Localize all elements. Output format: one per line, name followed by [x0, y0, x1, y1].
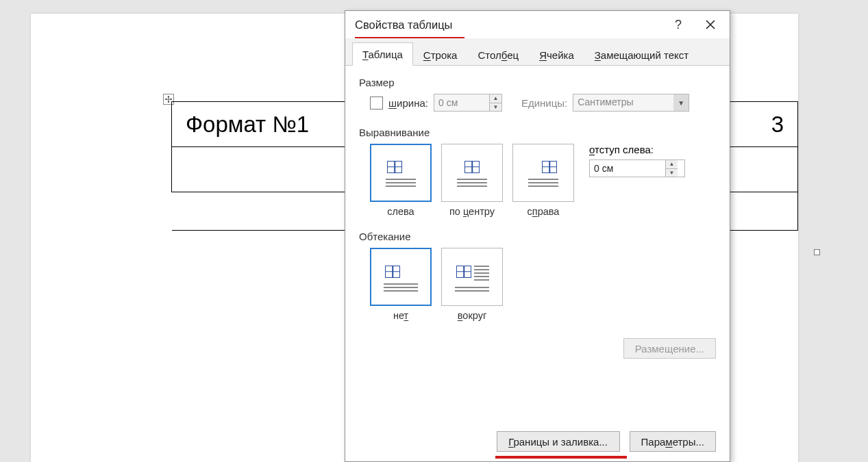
width-spinbox[interactable]: ▲▼	[434, 94, 502, 112]
units-value: Сантиметры	[573, 94, 673, 111]
table-resize-handle-icon[interactable]	[814, 249, 820, 255]
indent-spinbox[interactable]: ▲▼	[589, 159, 685, 177]
wrap-none-icon	[384, 263, 418, 292]
table-properties-dialog: Свойства таблицы ? Таблица Строка Столбе…	[345, 10, 730, 462]
width-checkbox[interactable]	[370, 97, 383, 110]
spin-up-icon[interactable]: ▲	[490, 94, 501, 103]
close-button[interactable]	[701, 16, 720, 33]
annotation-underline	[495, 456, 627, 459]
spin-down-icon[interactable]: ▼	[666, 169, 678, 177]
width-label: ширина:	[388, 97, 428, 109]
cell-text: 3	[771, 112, 784, 137]
section-wrap-label: Обтекание	[359, 231, 716, 242]
indent-label: отступ слева:	[589, 144, 685, 155]
width-input[interactable]	[434, 94, 489, 111]
units-select[interactable]: Сантиметры ▼	[573, 94, 689, 112]
cell-text: Формат №1	[186, 112, 309, 137]
table-cell[interactable]: Формат №1	[172, 102, 374, 147]
dialog-body: Размер ширина: ▲▼ Единицы: Сантиметры ▼ …	[345, 66, 730, 461]
align-center-icon	[457, 159, 487, 187]
chevron-down-icon[interactable]: ▼	[673, 94, 689, 111]
options-button[interactable]: Параметры...	[630, 431, 716, 452]
spin-down-icon[interactable]: ▼	[490, 103, 501, 112]
align-left-icon	[386, 159, 416, 187]
wrap-around-option[interactable]: вокруг	[441, 248, 503, 321]
dialog-titlebar: Свойства таблицы ?	[345, 11, 730, 38]
indent-input[interactable]	[590, 160, 665, 177]
tab-row[interactable]: Строка	[413, 43, 468, 66]
placement-button: Размещение...	[623, 338, 716, 359]
tab-cell[interactable]: Ячейка	[529, 43, 584, 66]
align-right-icon	[528, 159, 558, 187]
units-label: Единицы:	[521, 97, 567, 109]
align-center-option[interactable]: по центру	[441, 144, 503, 217]
dialog-title: Свойства таблицы	[355, 18, 452, 31]
tab-strip: Таблица Строка Столбец Ячейка Замещающий…	[345, 38, 730, 66]
tab-alt-text[interactable]: Замещающий текст	[584, 43, 699, 66]
tab-table[interactable]: Таблица	[352, 42, 413, 66]
close-icon	[705, 19, 716, 30]
wrap-around-icon	[455, 263, 489, 292]
align-left-option[interactable]: слева	[370, 144, 432, 217]
spin-up-icon[interactable]: ▲	[666, 160, 678, 169]
wrap-none-option[interactable]: нет	[370, 248, 432, 321]
help-button[interactable]: ?	[671, 15, 686, 35]
section-align-label: Выравнивание	[359, 127, 716, 138]
table-cell[interactable]	[172, 192, 374, 231]
tab-column[interactable]: Столбец	[467, 43, 529, 66]
borders-shading-button[interactable]: Границы и заливка...	[497, 431, 620, 452]
align-right-option[interactable]: справа	[512, 144, 574, 217]
section-size-label: Размер	[359, 77, 716, 88]
